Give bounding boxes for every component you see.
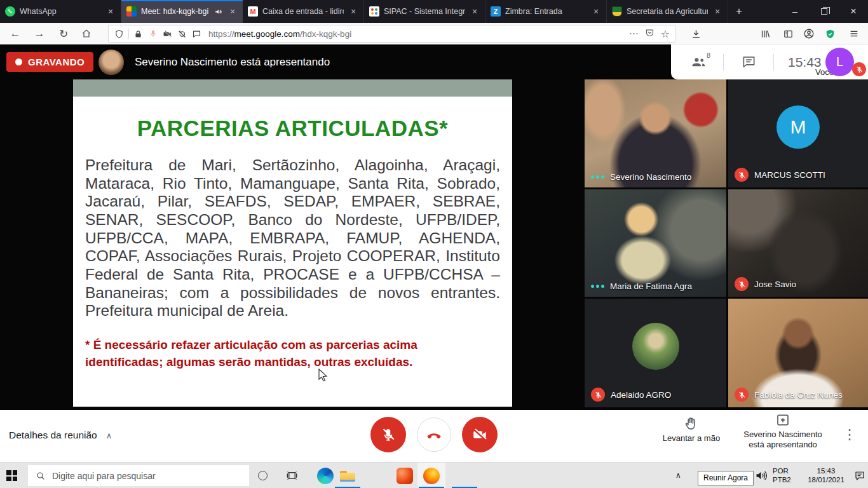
shared-screen: PARCERIAS ARTICULADAS* Prefeitura de Mar… [73, 79, 512, 407]
tab-sipac[interactable]: SIPAC - Sistema Integrad × [364, 0, 485, 23]
tab-close-button[interactable]: × [591, 6, 601, 17]
start-button[interactable] [6, 470, 17, 481]
tile-label: Severino Nascimento [591, 172, 691, 182]
participants-button[interactable]: 8 [685, 50, 712, 75]
tab-close-button[interactable]: × [712, 6, 722, 17]
new-tab-button[interactable]: + [728, 0, 750, 23]
tab-meet[interactable]: Meet: hdx-kqgk-bgi × [121, 0, 243, 23]
firefox-taskbar-icon[interactable] [423, 468, 440, 484]
more-options-button[interactable]: ⋮ [843, 426, 857, 443]
tab-close-button[interactable]: × [227, 6, 238, 17]
gmail-icon: M [248, 6, 258, 17]
url-host: meet.google.com [234, 29, 301, 39]
antivirus-shield-icon[interactable] [822, 26, 837, 41]
tab-whatsapp[interactable]: WhatsApp × [0, 0, 121, 23]
mic-permission-icon[interactable] [147, 29, 158, 39]
presenting-button[interactable]: Severino Nascimento está apresentando [736, 412, 830, 450]
menu-hamburger-icon[interactable] [846, 26, 862, 41]
account-icon[interactable] [801, 26, 817, 41]
window-minimize-button[interactable]: – [780, 0, 810, 23]
panel-separator [773, 54, 774, 71]
video-tile-jose[interactable]: Jose Savio [728, 189, 868, 297]
office-taskbar-icon[interactable] [397, 468, 413, 484]
tab-title: WhatsApp [20, 7, 101, 16]
language-indicator[interactable]: POR PTB2 [773, 466, 791, 484]
action-center-icon[interactable] [854, 470, 865, 484]
notification-bubble-icon[interactable] [191, 29, 202, 39]
recording-label: GRAVANDO [28, 57, 85, 67]
download-icon[interactable] [688, 26, 703, 41]
page-actions-icon[interactable]: ⋯ [629, 28, 639, 39]
bookmark-star-icon[interactable]: ☆ [661, 28, 670, 40]
library-icon[interactable] [757, 26, 773, 41]
lock-icon[interactable] [133, 29, 144, 39]
url-bar[interactable]: https://meet.google.com/hdx-kqgk-bgi ⋯ ☆ [108, 25, 675, 43]
video-tile-fabiola[interactable]: Fabíola da Cruz Nunes [728, 299, 868, 407]
url-scheme: https:// [208, 29, 234, 39]
task-view-button[interactable] [286, 470, 298, 484]
tracking-protection-shield-icon[interactable] [114, 29, 125, 39]
video-tile-adelaido[interactable]: Adelaido AGRO [585, 299, 726, 407]
hidden-icons-chevron[interactable]: ∧ [675, 471, 681, 480]
windows-taskbar: ∧ Reunir Agora POR PTB2 15:43 18/01/2021 [0, 462, 868, 488]
edge-taskbar-icon[interactable] [317, 468, 334, 484]
video-tile-marcus[interactable]: M MARCUS SCOTTI [728, 79, 868, 187]
screen: WhatsApp × Meet: hdx-kqgk-bgi × M Caixa … [0, 0, 868, 488]
tile-label: Adelaido AGRO [591, 388, 671, 402]
tab-title: Meet: hdx-kqgk-bgi [141, 7, 208, 16]
mic-mute-button[interactable] [370, 417, 406, 452]
file-explorer-taskbar-icon[interactable] [339, 468, 356, 484]
camera-off-button[interactable] [462, 417, 498, 452]
presenting-label-line1: Severino Nascimento [743, 430, 822, 440]
taskbar-search[interactable] [28, 465, 249, 486]
tile-label: MARCUS SCOTTI [735, 168, 825, 182]
taskbar-search-input[interactable] [52, 471, 230, 481]
language-line2: PTB2 [773, 475, 791, 484]
back-button[interactable]: ← [6, 25, 24, 42]
meet-now-tooltip: Reunir Agora [698, 471, 754, 485]
tab-close-button[interactable]: × [105, 6, 116, 17]
presentation-window-chrome [73, 79, 512, 97]
sidebar-icon[interactable] [780, 26, 796, 41]
tab-close-button[interactable]: × [470, 6, 480, 17]
url-text[interactable]: https://meet.google.com/hdx-kqgk-bgi [208, 29, 625, 39]
slide-body-text: Prefeitura de Mari, Sertãozinho, Alagoin… [85, 156, 500, 320]
volume-icon[interactable] [755, 470, 767, 484]
raise-hand-button[interactable]: Levantar a mão [649, 416, 733, 444]
tab-title: Secretaria da Agricultura [627, 7, 708, 16]
taskbar-clock[interactable]: 15:43 18/01/2021 [799, 466, 853, 484]
tab-close-button[interactable]: × [348, 6, 358, 17]
tab-audio-icon[interactable] [213, 6, 223, 17]
present-icon [775, 412, 790, 428]
video-feed [585, 189, 726, 297]
panel-separator [723, 54, 724, 71]
pocket-icon[interactable] [645, 28, 654, 40]
url-path: /hdx-kqgk-bgi [300, 29, 351, 39]
tile-label: Jose Savio [735, 277, 796, 291]
video-tile-maria[interactable]: Maria de Fatima Agra [585, 189, 726, 297]
tab-gmail[interactable]: M Caixa de entrada - lidiron × [243, 0, 364, 23]
meeting-details-button[interactable]: Detalhes da reunião ∧ [9, 430, 112, 441]
forward-button[interactable]: → [31, 25, 48, 42]
tab-zimbra[interactable]: Z Zimbra: Entrada × [485, 0, 607, 23]
participant-avatar [632, 323, 679, 370]
search-icon [36, 471, 46, 481]
reload-button[interactable]: ↻ [55, 25, 72, 42]
video-feed [585, 79, 726, 187]
hang-up-button[interactable] [417, 417, 451, 452]
microsoft-store-taskbar-icon[interactable] [369, 484, 385, 488]
tile-label: Maria de Fatima Agra [591, 281, 692, 291]
tab-secretaria[interactable]: Secretaria da Agricultura × [607, 0, 728, 23]
you-avatar[interactable]: L [825, 48, 854, 76]
window-close-button[interactable]: × [839, 0, 868, 23]
language-line1: POR [773, 466, 791, 475]
speaking-indicator-icon [591, 285, 604, 288]
camera-blocked-icon[interactable] [162, 29, 173, 39]
home-button[interactable] [78, 25, 95, 42]
cortana-button[interactable] [258, 471, 268, 480]
autoplay-blocked-icon[interactable] [177, 29, 187, 39]
participant-avatar: M [776, 105, 820, 149]
video-tile-severino[interactable]: Severino Nascimento [585, 79, 726, 187]
window-restore-button[interactable] [810, 0, 839, 23]
chat-button[interactable] [735, 50, 762, 75]
